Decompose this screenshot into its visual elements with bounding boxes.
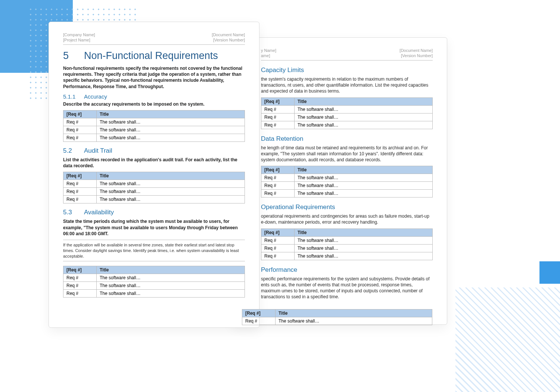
cell-req: Req # — [63, 282, 97, 290]
cell-req: Req # — [261, 174, 295, 182]
header-company: y Name] — [261, 48, 276, 53]
table-row: Req #The software shall… — [261, 182, 433, 190]
cell-title: The software shall… — [295, 121, 433, 129]
header-rule — [63, 44, 245, 45]
body-operational: operational requirements and contingenci… — [261, 213, 433, 225]
table-accuracy: [Req #]TitleReq #The software shall…Req … — [63, 110, 245, 142]
col-req-header: [Req #] — [63, 110, 97, 118]
h2-title: Audit Trail — [84, 147, 112, 155]
table-row: Req #The software shall… — [63, 290, 245, 298]
doc-header-row-1: [Company Name] [Document Name] — [63, 32, 245, 38]
bg-right-block — [539, 261, 560, 284]
header-version: [Version Number] — [401, 53, 433, 58]
col-title-header: Title — [97, 266, 245, 274]
h1-title: Non-Functional Requirements — [84, 50, 218, 62]
header-rule — [261, 60, 433, 60]
table-row: Req #The software shall… — [261, 236, 433, 244]
cell-req: Req # — [261, 113, 295, 121]
table-audit: [Req #]TitleReq #The software shall…Req … — [63, 172, 245, 203]
cell-req: Req # — [261, 182, 295, 190]
body-capacity-limits: the system's capacity requirements in re… — [261, 76, 433, 94]
h3-number: 5.1.1 — [63, 93, 84, 100]
table-row: Req #The software shall… — [261, 105, 433, 113]
table-row: Req #The software shall… — [261, 121, 433, 129]
cell-title: The software shall… — [97, 126, 245, 134]
cell-title: The software shall… — [97, 134, 245, 141]
table-row: Req #The software shall… — [63, 196, 245, 203]
cell-title: The software shall… — [97, 188, 245, 196]
table-row: Req #The software shall… — [261, 174, 433, 182]
table-performance: [Req #]TitleReq #The software shall… — [242, 309, 432, 325]
heading-operational: Operational Requirements — [261, 203, 433, 211]
table-capacity: [Req #]TitleReq #The software shall…Req … — [261, 97, 433, 129]
header-company: [Company Name] — [63, 32, 95, 37]
h2-number: 5.3 — [63, 209, 84, 216]
table-row: Req #The software shall… — [63, 126, 245, 134]
table-retention: [Req #]TitleReq #The software shall…Req … — [261, 166, 433, 197]
table-performance-wrap: [Req #]TitleReq #The software shall… — [242, 308, 432, 329]
page-left: [Company Name] [Document Name] [Project … — [49, 22, 259, 328]
table-row: Req #The software shall… — [63, 134, 245, 141]
col-req-header: [Req #] — [261, 97, 295, 105]
body-52: List the activities recorded in the appl… — [63, 157, 245, 169]
header-project: ame] — [261, 53, 270, 58]
heading-52: 5.2 Audit Trail — [63, 147, 245, 155]
cell-title: The software shall… — [295, 252, 433, 260]
cell-req: Req # — [63, 274, 97, 282]
heading-511: 5.1.1 Accuracy — [63, 93, 245, 100]
cell-req: Req # — [63, 188, 97, 196]
cell-req: Req # — [261, 244, 295, 252]
col-title-header: Title — [276, 309, 432, 317]
col-req-header: [Req #] — [261, 228, 295, 236]
cell-title: The software shall… — [295, 182, 433, 190]
table-row: Req #The software shall… — [63, 188, 245, 196]
cell-title: The software shall… — [97, 274, 245, 282]
table-row: Req #The software shall… — [63, 274, 245, 282]
table-availability: [Req #]TitleReq #The software shall…Req … — [63, 266, 245, 298]
table-row: Req #The software shall… — [63, 118, 245, 126]
body-data-retention: he length of time data must be retained … — [261, 145, 433, 163]
header-document: [Document Name] — [212, 32, 245, 37]
table-row: Req #The software shall… — [261, 244, 433, 252]
heading-h1: 5 Non-Functional Requirements — [63, 50, 245, 62]
col-title-header: Title — [97, 110, 245, 118]
cell-req: Req # — [63, 134, 97, 141]
cell-title: The software shall… — [295, 113, 433, 121]
page-right: y Name] [Document Name] ame] [Version Nu… — [231, 37, 447, 325]
cell-req: Req # — [261, 252, 295, 260]
heading-capacity-limits: Capacity Limits — [261, 66, 433, 74]
cell-title: The software shall… — [295, 105, 433, 113]
cell-title: The software shall… — [295, 190, 433, 197]
header-version: [Version Number] — [213, 38, 245, 42]
header-document: [Document Name] — [399, 48, 433, 53]
cell-req: Req # — [63, 180, 97, 188]
cell-title: The software shall… — [97, 290, 245, 298]
cell-title: The software shall… — [295, 236, 433, 244]
cell-title: The software shall… — [97, 118, 245, 126]
cell-title: The software shall… — [97, 196, 245, 203]
heading-performance: Performance — [261, 266, 433, 274]
doc-header-row-1: y Name] [Document Name] — [261, 48, 433, 53]
heading-53: 5.3 Availability — [63, 209, 245, 216]
header-project: [Project Name] — [63, 38, 90, 42]
body-53: State the time periods during which the … — [63, 218, 245, 237]
doc-header-row-2: ame] [Version Number] — [261, 53, 433, 59]
table-row: Req #The software shall… — [242, 317, 432, 325]
table-row: Req #The software shall… — [63, 180, 245, 188]
col-title-header: Title — [295, 228, 433, 236]
cell-title: The software shall… — [295, 174, 433, 182]
col-title-header: Title — [97, 172, 245, 180]
doc-header-row-2: [Project Name] [Version Number] — [63, 38, 245, 43]
table-row: Req #The software shall… — [63, 282, 245, 290]
col-req-header: [Req #] — [261, 166, 295, 174]
cell-req: Req # — [63, 118, 97, 126]
cell-title: The software shall… — [97, 180, 245, 188]
cell-req: Req # — [261, 190, 295, 197]
table-row: Req #The software shall… — [261, 113, 433, 121]
cell-req: Req # — [261, 236, 295, 244]
h1-number: 5 — [63, 50, 84, 62]
table-row: Req #The software shall… — [261, 190, 433, 197]
col-req-header: [Req #] — [63, 172, 97, 180]
cell-req: Req # — [63, 196, 97, 203]
h3-title: Accuracy — [84, 93, 107, 100]
